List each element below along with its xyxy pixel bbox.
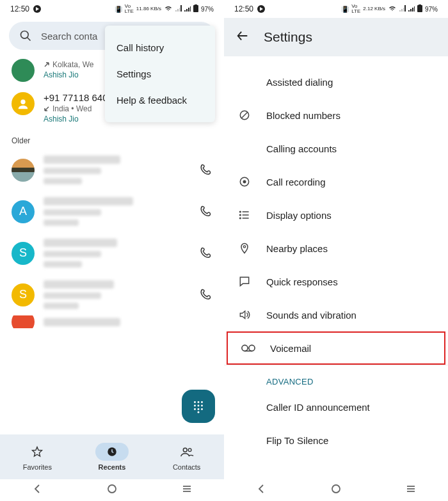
section-older: Older (0, 129, 224, 149)
call-entry-blurred[interactable] (0, 149, 224, 191)
row-flip-to-silence[interactable]: Flip To Silence (224, 424, 448, 457)
lte-indicator: VoLTE (125, 4, 134, 14)
row-label: Voicemail (270, 343, 311, 354)
settings-header: Settings (224, 18, 448, 56)
avatar: S (12, 283, 35, 306)
row-nearby-places[interactable]: Nearby places (224, 232, 448, 265)
contacts-icon (180, 446, 194, 457)
nav-contacts[interactable]: Contacts (170, 443, 204, 471)
settings-title: Settings (264, 29, 312, 45)
sysnav-home[interactable] (106, 483, 118, 497)
avatar (12, 92, 35, 115)
svg-point-38 (332, 485, 340, 493)
row-call-recording[interactable]: Call recording (224, 165, 448, 198)
settings-screen: 12:50 📳 VoLTE 2.12 KB/s 97% Settings Ass… (224, 0, 448, 501)
phone-icon[interactable] (198, 246, 212, 260)
nav-label: Favorites (23, 463, 52, 471)
call-entry-blurred[interactable]: S (0, 232, 224, 274)
lte-indicator: VoLTE (351, 4, 360, 14)
signal-icon-2 (408, 5, 415, 13)
system-nav (224, 479, 448, 501)
battery-level: 97% (201, 6, 214, 13)
svg-point-35 (242, 345, 248, 351)
call-location: India • Wed (52, 104, 92, 113)
net-speed: 2.12 KB/s (363, 6, 385, 12)
svg-point-9 (198, 405, 200, 407)
star-icon (31, 445, 44, 458)
avatar (12, 159, 35, 182)
svg-point-31 (240, 211, 241, 212)
call-entry-blurred[interactable]: S (0, 274, 224, 315)
signal-icon-1 (399, 5, 406, 13)
svg-point-5 (194, 401, 196, 403)
system-nav (0, 479, 224, 501)
svg-point-18 (108, 485, 116, 493)
row-caller-id[interactable]: Caller ID announcement (224, 390, 448, 424)
svg-point-16 (183, 448, 187, 452)
svg-line-3 (28, 38, 31, 41)
sysnav-recent[interactable] (181, 483, 193, 497)
avatar: A (12, 200, 35, 223)
sysnav-back[interactable] (31, 483, 43, 497)
search-icon (19, 29, 32, 42)
dialpad-fab[interactable] (182, 390, 215, 423)
svg-point-11 (194, 408, 196, 410)
svg-rect-22 (417, 5, 422, 12)
sound-icon (237, 308, 252, 321)
back-button[interactable] (236, 29, 250, 45)
svg-point-4 (20, 100, 25, 104)
sysnav-recent[interactable] (405, 483, 417, 497)
phone-icon[interactable] (198, 205, 212, 219)
signal-icon-1 (175, 5, 182, 13)
location-icon (237, 242, 252, 255)
vibrate-icon: 📳 (115, 6, 122, 13)
overflow-menu: Call history Settings Help & feedback (105, 26, 215, 122)
nav-recents[interactable]: Recents (95, 443, 129, 471)
battery-level: 97% (425, 6, 438, 13)
row-assisted-dialing[interactable]: Assisted dialing (224, 65, 448, 99)
battery-icon (193, 4, 198, 13)
menu-help-feedback[interactable]: Help & feedback (105, 87, 215, 113)
row-label: Sounds and vibration (266, 310, 356, 321)
call-entry-blurred[interactable] (0, 315, 224, 328)
svg-point-13 (201, 408, 203, 410)
net-speed: 11.86 KB/s (136, 6, 161, 12)
avatar (12, 59, 35, 82)
svg-point-34 (243, 246, 245, 248)
row-label: Call recording (266, 177, 326, 187)
phone-icon[interactable] (198, 288, 212, 302)
phone-icon[interactable] (198, 163, 212, 177)
row-label: Flip To Silence (266, 435, 328, 446)
media-play-icon (33, 5, 41, 13)
menu-settings[interactable]: Settings (105, 61, 215, 87)
row-display-options[interactable]: Display options (224, 198, 448, 232)
row-quick-responses[interactable]: Quick responses (224, 265, 448, 298)
svg-point-33 (240, 218, 241, 219)
sysnav-back[interactable] (255, 483, 267, 497)
search-placeholder: Search conta (41, 31, 97, 42)
svg-point-14 (198, 411, 200, 413)
svg-line-25 (241, 112, 248, 118)
row-calling-accounts[interactable]: Calling accounts (224, 132, 448, 165)
row-voicemail[interactable]: Voicemail (227, 331, 445, 365)
sysnav-home[interactable] (330, 483, 342, 497)
avatar: S (12, 242, 35, 265)
svg-rect-23 (419, 4, 421, 6)
row-label: Display options (266, 210, 332, 221)
clock-icon (106, 446, 118, 457)
svg-point-2 (21, 31, 29, 39)
row-label: Blocked numbers (266, 110, 340, 121)
menu-call-history[interactable]: Call history (105, 35, 215, 61)
svg-rect-0 (193, 5, 198, 12)
incoming-call-icon (44, 106, 50, 112)
status-time: 12:50 (10, 4, 29, 13)
row-blocked-numbers[interactable]: Blocked numbers (224, 99, 448, 132)
call-entry-blurred[interactable]: A (0, 191, 224, 232)
bottom-nav: Favorites Recents Contacts (0, 434, 224, 479)
row-sounds-vibration[interactable]: Sounds and vibration (224, 298, 448, 331)
nav-label: Contacts (173, 463, 200, 471)
status-bar: 12:50 📳 VoLTE 11.86 KB/s 97% (0, 0, 224, 18)
svg-point-6 (198, 401, 200, 403)
nav-favorites[interactable]: Favorites (20, 443, 54, 471)
wifi-icon (164, 5, 173, 13)
